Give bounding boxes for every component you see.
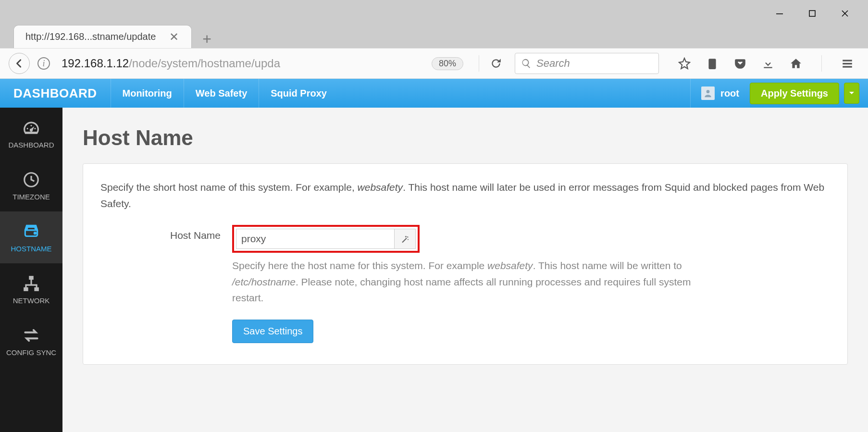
- sidebar-item-network[interactable]: NETWORK: [0, 263, 62, 315]
- sidebar-item-label: CONFIG SYNC: [6, 348, 56, 357]
- sidebar-item-dashboard[interactable]: DASHBOARD: [0, 108, 62, 160]
- pocket-icon[interactable]: [733, 56, 747, 71]
- home-icon[interactable]: [789, 56, 803, 71]
- svg-rect-11: [34, 287, 38, 291]
- back-button[interactable]: [9, 53, 30, 74]
- divider: [821, 55, 822, 72]
- hostname-input[interactable]: [236, 229, 395, 249]
- minimize-button[interactable]: [770, 7, 789, 20]
- sidebar-item-timezone[interactable]: TIMEZONE: [0, 160, 62, 211]
- browser-tab[interactable]: http://192.168...stname/update ✕: [13, 25, 192, 48]
- brand[interactable]: DASHBOARD: [0, 86, 111, 101]
- apply-settings-button[interactable]: Apply Settings: [750, 83, 839, 104]
- drive-icon: [22, 222, 40, 241]
- svg-rect-0: [776, 13, 783, 14]
- svg-rect-6: [843, 66, 852, 67]
- sidebar-item-label: NETWORK: [13, 296, 50, 305]
- clipboard-icon[interactable]: [705, 56, 719, 71]
- menu-icon[interactable]: [840, 56, 855, 71]
- url-bar[interactable]: 192.168.1.12/node/system/hostname/upda: [58, 53, 427, 74]
- sidebar: DASHBOARD TIMEZONE HOSTNAME NETWORK CONF…: [0, 108, 62, 432]
- search-bar[interactable]: Search: [515, 53, 659, 74]
- window-titlebar: [0, 0, 868, 22]
- nav-web-safety[interactable]: Web Safety: [184, 79, 259, 108]
- field-help: Specify here the host name for this syst…: [232, 258, 698, 306]
- clock-icon: [22, 171, 40, 189]
- search-placeholder: Search: [536, 57, 570, 70]
- downloads-icon[interactable]: [761, 56, 775, 71]
- apply-settings-dropdown[interactable]: [844, 83, 859, 104]
- tab-title: http://192.168...stname/update: [25, 31, 156, 42]
- user-name: root: [720, 88, 739, 99]
- sidebar-item-config-sync[interactable]: CONFIG SYNC: [0, 315, 62, 367]
- app-topnav: DASHBOARD Monitoring Web Safety Squid Pr…: [0, 79, 868, 108]
- svg-rect-5: [843, 63, 852, 64]
- content-area: Host Name Specify the short host name of…: [62, 108, 868, 432]
- sidebar-item-label: DASHBOARD: [8, 141, 54, 149]
- sitemap-icon: [22, 274, 40, 293]
- bookmark-star-icon[interactable]: [677, 56, 692, 71]
- exchange-icon: [22, 326, 40, 345]
- svg-rect-9: [29, 276, 34, 280]
- zoom-badge[interactable]: 80%: [432, 57, 463, 70]
- new-tab-button[interactable]: +: [192, 30, 222, 48]
- svg-rect-10: [24, 287, 28, 291]
- hostname-input-highlight: [232, 225, 420, 253]
- hostname-label: Host Name: [100, 225, 221, 241]
- reload-button[interactable]: [489, 56, 503, 71]
- avatar-icon: [701, 86, 715, 100]
- svg-point-7: [707, 90, 710, 93]
- nav-monitoring[interactable]: Monitoring: [111, 79, 184, 108]
- hostname-panel: Specify the short host name of this syst…: [83, 163, 848, 365]
- svg-rect-1: [809, 11, 815, 16]
- tab-bar: http://192.168...stname/update ✕ +: [0, 22, 868, 48]
- nav-squid-proxy[interactable]: Squid Proxy: [259, 79, 338, 108]
- close-window-button[interactable]: [835, 7, 855, 20]
- sidebar-item-label: TIMEZONE: [12, 193, 50, 201]
- gauge-icon: [22, 119, 40, 137]
- magic-wand-button[interactable]: [395, 229, 416, 249]
- sidebar-item-label: HOSTNAME: [11, 245, 51, 253]
- site-info-icon[interactable]: i: [37, 57, 50, 70]
- svg-rect-4: [843, 60, 852, 61]
- page-title: Host Name: [83, 126, 848, 150]
- maximize-button[interactable]: [803, 7, 822, 20]
- sidebar-item-hostname[interactable]: HOSTNAME: [0, 211, 62, 263]
- user-menu[interactable]: root: [690, 79, 750, 108]
- divider: [479, 55, 479, 72]
- panel-description: Specify the short host name of this syst…: [100, 179, 830, 211]
- browser-navbar: i 192.168.1.12/node/system/hostname/upda…: [0, 48, 868, 79]
- close-tab-button[interactable]: ✕: [165, 29, 183, 45]
- save-settings-button[interactable]: Save Settings: [232, 320, 313, 343]
